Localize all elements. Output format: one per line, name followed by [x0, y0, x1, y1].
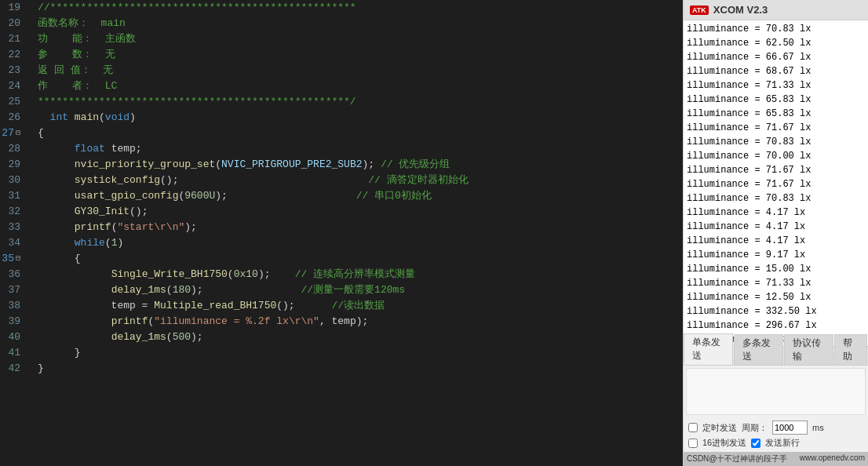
- timed-send-checkbox[interactable]: [688, 423, 698, 432]
- xcom-output-line: illuminance = 4.17 lx: [687, 220, 865, 234]
- code-segment: ();: [129, 204, 148, 220]
- code-line: while(1): [38, 235, 683, 251]
- line-number-32: 32: [0, 204, 25, 220]
- code-segment: (: [215, 157, 221, 173]
- xcom-logo: ATK: [690, 5, 709, 15]
- code-segment: }: [38, 361, 44, 377]
- xcom-output-line: illuminance = 296.67 lx: [687, 319, 865, 333]
- code-segment: [38, 314, 111, 329]
- code-line: int main(void): [38, 110, 683, 126]
- code-line: GY30_Init();: [38, 204, 683, 220]
- hex-newline-row: 16进制发送 发送新行: [688, 437, 863, 449]
- xcom-output-line: illuminance = 65.83 lx: [687, 107, 865, 121]
- code-segment: printf: [111, 314, 148, 329]
- newline-checkbox[interactable]: [751, 439, 760, 448]
- code-segment: [38, 235, 75, 251]
- period-input[interactable]: [772, 420, 808, 435]
- xcom-output-line: illuminance = 71.33 lx: [687, 276, 865, 290]
- xcom-output-line: illuminance = 70.00 lx: [687, 149, 865, 163]
- code-line: 返 回 值： 无: [38, 63, 683, 78]
- code-segment: }: [38, 345, 81, 361]
- code-segment: printf: [75, 220, 111, 235]
- line-number-41: 41: [0, 345, 25, 361]
- xcom-output-line: illuminance = 332.50 lx: [687, 304, 865, 319]
- code-segment: //读出数据: [331, 298, 385, 314]
- line-number-21: 21: [0, 31, 25, 47]
- xcom-output-line: illuminance = 4.17 lx: [687, 234, 865, 248]
- code-segment: [38, 329, 111, 345]
- xcom-output-line: illuminance = 70.83 lx: [687, 135, 865, 149]
- code-line: }: [38, 361, 683, 377]
- code-line: ****************************************…: [38, 94, 683, 110]
- fold-icon[interactable]: ⊟: [16, 253, 20, 265]
- code-segment: [38, 267, 111, 282]
- code-segment: );: [191, 282, 209, 298]
- code-segment: //测量一般需要120ms: [209, 282, 405, 298]
- xcom-output-line: illuminance = 9.17 lx: [687, 248, 865, 262]
- code-line: nvic_priority_group_set(NVIC_PRIGROUP_PR…: [38, 157, 683, 173]
- code-segment: 作 者： LC: [38, 78, 117, 94]
- xcom-tab-多条发送[interactable]: 多条发送: [734, 334, 783, 365]
- xcom-panel: ATK XCOM V2.3 illuminance = 70.83 lxillu…: [683, 0, 868, 466]
- code-editor: 192021222324252627⊟2829303132333435⊟3637…: [0, 0, 683, 466]
- code-segment: usart_gpio_config: [75, 188, 179, 204]
- line-numbers: 192021222324252627⊟2829303132333435⊟3637…: [0, 0, 31, 466]
- code-segment: (: [166, 282, 173, 298]
- line-number-37: 37: [0, 282, 25, 298]
- xcom-tab-单条发送[interactable]: 单条发送: [684, 333, 733, 365]
- hex-send-checkbox[interactable]: [688, 439, 698, 448]
- code-line: 参 数： 无: [38, 47, 683, 63]
- code-segment: GY30_Init: [75, 204, 129, 220]
- code-line: delay_1ms(180); //测量一般需要120ms: [38, 282, 683, 298]
- line-number-40: 40: [0, 329, 25, 345]
- xcom-header: ATK XCOM V2.3: [684, 0, 868, 20]
- code-segment: );: [191, 329, 203, 345]
- code-segment: int: [50, 110, 68, 126]
- code-segment: [38, 157, 75, 173]
- code-segment: [38, 220, 75, 235]
- xcom-output[interactable]: illuminance = 70.83 lxilluminance = 62.5…: [684, 20, 868, 347]
- code-line: 函数名称： main: [38, 16, 683, 31]
- code-segment: //**************************************…: [38, 0, 356, 16]
- line-number-39: 39: [0, 314, 25, 329]
- xcom-output-line: illuminance = 71.67 lx: [687, 121, 865, 135]
- line-number-33: 33: [0, 220, 25, 235]
- line-number-24: 24: [0, 78, 25, 94]
- code-segment: [68, 110, 75, 126]
- code-segment: [38, 173, 75, 188]
- xcom-tab-协议传输[interactable]: 协议传输: [784, 334, 833, 365]
- code-segment: 功 能： 主函数: [38, 31, 136, 47]
- xcom-tab-帮助[interactable]: 帮助: [834, 334, 867, 365]
- xcom-footer: CSDN@十不过神讲的段子手 www.openedv.com: [684, 452, 868, 466]
- line-number-26: 26: [0, 110, 25, 126]
- code-segment: ): [129, 110, 136, 126]
- hex-send-label: 16进制发送: [702, 437, 746, 449]
- code-line: {: [38, 126, 683, 141]
- period-label: 周期：: [742, 422, 768, 434]
- timed-send-row: 定时发送 周期： ms: [688, 420, 863, 435]
- code-segment: ();: [160, 173, 368, 188]
- code-line: printf("start\r\n");: [38, 220, 683, 235]
- code-segment: (: [228, 267, 234, 282]
- line-number-31: 31: [0, 188, 25, 204]
- code-segment: 1: [111, 235, 118, 251]
- code-segment: [38, 204, 75, 220]
- code-segment: );: [258, 267, 276, 282]
- line-number-19: 19: [0, 0, 25, 16]
- code-line: Single_Write_BH1750(0x10); // 连续高分辨率模式测量: [38, 267, 683, 282]
- xcom-output-line: illuminance = 71.67 lx: [687, 163, 865, 177]
- fold-icon[interactable]: ⊟: [16, 127, 20, 140]
- timed-send-label: 定时发送: [702, 422, 737, 434]
- code-segment: (: [148, 314, 154, 329]
- code-segment: delay_1ms: [111, 329, 166, 345]
- code-segment: );: [184, 220, 197, 235]
- code-segment: (: [178, 188, 184, 204]
- code-line: 作 者： LC: [38, 78, 683, 94]
- code-segment: nvic_priority_group_set: [75, 157, 215, 173]
- code-segment: [38, 141, 75, 157]
- xcom-input-area[interactable]: [686, 368, 866, 415]
- code-segment: 9600U: [184, 188, 215, 204]
- line-number-25: 25: [0, 94, 25, 110]
- code-line: delay_1ms(500);: [38, 329, 683, 345]
- code-segment: // 连续高分辨率模式测量: [276, 267, 415, 282]
